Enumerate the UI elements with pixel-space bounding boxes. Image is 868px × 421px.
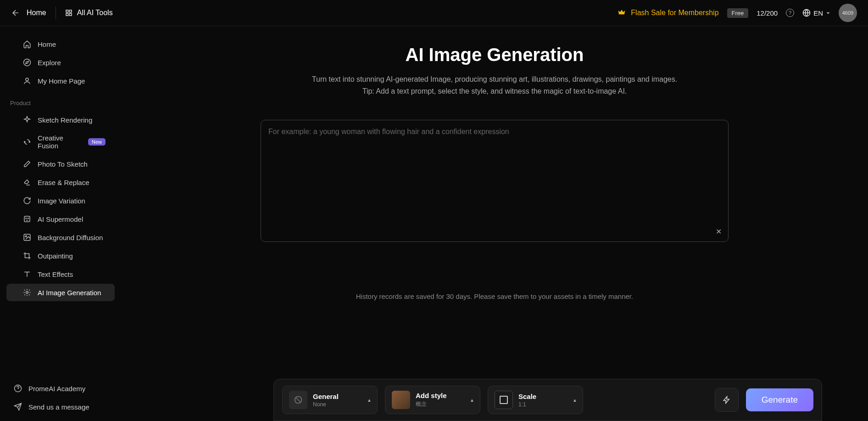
header: Home All AI Tools Flash Sale for Members… xyxy=(0,0,868,26)
subtitle-line-2: Tip: Add a text prompt, select the style… xyxy=(362,87,627,95)
sidebar-item-label: PromeAI Academy xyxy=(28,385,85,393)
general-option-text: General None xyxy=(313,393,339,408)
prompt-input[interactable] xyxy=(268,128,721,229)
svg-point-10 xyxy=(26,218,27,219)
svg-point-5 xyxy=(24,59,31,66)
style-sub: 概念 xyxy=(416,400,447,408)
sidebar-item-outpainting[interactable]: Outpainting xyxy=(6,247,115,264)
free-badge: Free xyxy=(727,8,749,18)
scale-sub: 1:1 xyxy=(518,401,536,408)
crop-icon xyxy=(23,252,31,260)
sidebar-item-label: My Home Page xyxy=(38,77,85,85)
eraser-icon xyxy=(23,178,31,186)
flash-sale-link[interactable]: Flash Sale for Membership xyxy=(617,8,718,17)
sidebar-item-explore[interactable]: Explore xyxy=(6,54,115,71)
avatar[interactable]: 4609 xyxy=(839,4,857,22)
svg-rect-9 xyxy=(24,216,30,222)
scale-option-text: Scale 1:1 xyxy=(518,393,536,408)
general-sub: None xyxy=(313,401,339,408)
svg-point-14 xyxy=(26,292,28,294)
sidebar-item-promeai-academy[interactable]: PromeAI Academy xyxy=(5,380,115,397)
sidebar-item-label: Photo To Sketch xyxy=(38,160,88,168)
sidebar-item-image-variation[interactable]: Image Variation xyxy=(6,192,115,209)
chevron-up-icon: ▲ xyxy=(470,398,474,403)
sidebar-item-label: Home xyxy=(38,40,56,48)
all-ai-tools-link[interactable]: All AI Tools xyxy=(65,9,113,17)
general-option[interactable]: General None ▲ xyxy=(282,386,378,414)
all-tools-label: All AI Tools xyxy=(77,9,113,17)
user-icon xyxy=(23,77,31,85)
home-label: Home xyxy=(27,9,46,17)
generate-button[interactable]: Generate xyxy=(746,388,813,411)
page-subtitle: Turn text into stunning AI-generated Ima… xyxy=(288,73,701,97)
sidebar-item-my-home-page[interactable]: My Home Page xyxy=(6,72,115,90)
pencil-icon xyxy=(23,160,31,168)
sidebar-item-label: Erase & Replace xyxy=(38,179,89,186)
sidebar-item-photo-to-sketch[interactable]: Photo To Sketch xyxy=(6,155,115,173)
sidebar-item-text-effects[interactable]: Text Effects xyxy=(6,265,115,283)
sparkle-icon xyxy=(23,116,31,124)
svg-rect-0 xyxy=(66,10,68,12)
style-option-text: Add style 概念 xyxy=(416,392,447,408)
compass-icon xyxy=(23,58,31,67)
turbo-button[interactable] xyxy=(715,388,739,412)
loop-icon xyxy=(23,138,31,146)
sidebar-item-label: Creative Fusion xyxy=(38,134,82,150)
bottom-bar: General None ▲ Add style 概念 ▲ Scale 1:1 xyxy=(273,379,822,421)
sidebar-item-label: AI Supermodel xyxy=(38,215,83,223)
help-icon[interactable]: ? xyxy=(786,9,794,17)
flash-sale-label: Flash Sale for Membership xyxy=(631,9,718,17)
sidebar-scroll: HomeExploreMy Home Page Product Sketch R… xyxy=(0,35,121,380)
header-left: Home All AI Tools xyxy=(11,6,113,19)
sidebar-item-label: Background Diffusion xyxy=(38,234,103,241)
style-title: Add style xyxy=(416,392,447,399)
face-icon xyxy=(23,215,31,223)
sidebar-item-sketch-rendering[interactable]: Sketch Rendering xyxy=(6,111,115,129)
sidebar-item-erase-replace[interactable]: Erase & Replace xyxy=(6,174,115,191)
sidebar-item-home[interactable]: Home xyxy=(6,35,115,53)
image-icon xyxy=(23,233,31,241)
sidebar-item-label: Text Effects xyxy=(38,270,73,278)
grid-icon xyxy=(65,9,72,17)
chevron-down-icon xyxy=(826,11,830,15)
back-home[interactable]: Home xyxy=(11,8,46,17)
sidebar-item-ai-supermodel[interactable]: AI Supermodel xyxy=(6,210,115,228)
chevron-up-icon: ▲ xyxy=(367,398,372,403)
sidebar-item-creative-fusion[interactable]: Creative FusionNew xyxy=(6,129,115,154)
sidebar-item-label: Image Variation xyxy=(38,197,85,205)
back-arrow-icon xyxy=(11,8,20,17)
home-icon xyxy=(23,40,31,48)
sidebar-item-label: Outpainting xyxy=(38,252,73,260)
svg-point-13 xyxy=(25,236,27,237)
svg-point-6 xyxy=(26,78,28,81)
prompt-box: ✕ xyxy=(261,120,729,242)
main: AI Image Generation Turn text into stunn… xyxy=(121,26,868,421)
none-icon xyxy=(289,391,307,409)
svg-rect-1 xyxy=(69,10,72,12)
refresh-icon xyxy=(23,196,31,205)
scale-option[interactable]: Scale 1:1 ▲ xyxy=(488,386,583,414)
sidebar-item-label: Explore xyxy=(38,59,61,67)
text-icon xyxy=(23,270,31,278)
new-badge: New xyxy=(88,138,106,146)
style-option[interactable]: Add style 概念 ▲ xyxy=(385,386,480,414)
sidebar-item-label: AI Image Generation xyxy=(38,289,101,297)
general-title: General xyxy=(313,393,339,400)
sidebar-item-ai-image-generation[interactable]: AI Image Generation xyxy=(6,284,115,301)
header-right: Flash Sale for Membership Free 12/200 ? … xyxy=(617,4,857,22)
svg-rect-3 xyxy=(69,13,72,16)
sidebar-item-label: Sketch Rendering xyxy=(38,116,92,124)
globe-icon xyxy=(802,9,811,17)
sidebar-item-background-diffusion[interactable]: Background Diffusion xyxy=(6,229,115,246)
scale-thumb xyxy=(495,391,513,409)
style-thumb xyxy=(392,391,410,409)
sidebar-item-label: Send us a message xyxy=(28,403,89,411)
svg-rect-2 xyxy=(66,13,68,16)
clear-prompt-button[interactable]: ✕ xyxy=(716,227,722,236)
history-note: History records are saved for 30 days. P… xyxy=(139,292,850,300)
sidebar-item-send-us-a-message[interactable]: Send us a message xyxy=(5,398,115,415)
svg-point-11 xyxy=(28,218,29,219)
language-select[interactable]: EN xyxy=(802,9,830,17)
chevron-up-icon: ▲ xyxy=(573,398,577,403)
avatar-label: 4609 xyxy=(842,10,853,16)
